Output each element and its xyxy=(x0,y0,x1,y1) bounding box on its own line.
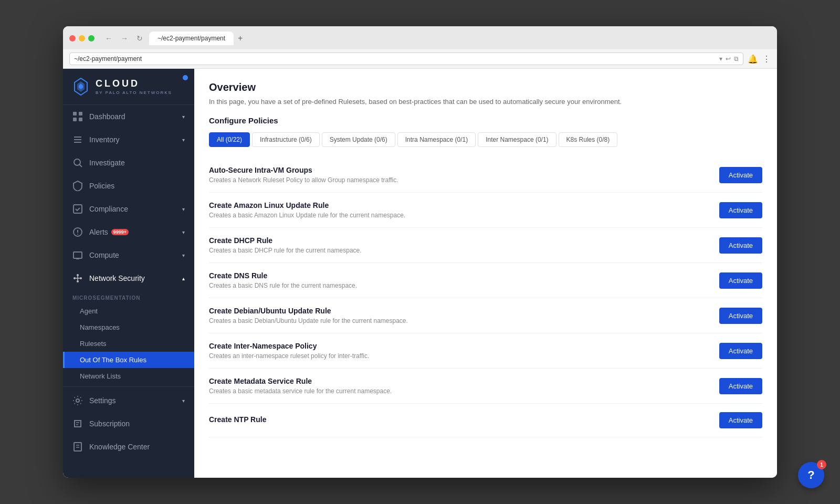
sidebar: CLOUD BY PALO ALTO NETWORKS Dashboard ▾ … xyxy=(63,69,194,478)
page-title: Overview xyxy=(209,81,762,93)
sidebar-item-compute-label: Compute xyxy=(89,251,119,259)
rule-desc: Creates a basic DHCP rule for the curren… xyxy=(209,247,719,254)
sidebar-subitem-rulesets-label: Rulesets xyxy=(80,340,107,348)
rule-name: Create Metadata Service Rule xyxy=(209,377,719,385)
table-row: Create Metadata Service Rule Creates a b… xyxy=(209,369,762,404)
filter-tab-all[interactable]: All (0/22) xyxy=(209,132,250,147)
subscription-icon xyxy=(72,418,83,429)
rule-name: Create Inter-Namespace Policy xyxy=(209,342,719,350)
sidebar-subitem-namespaces[interactable]: Namespaces xyxy=(63,319,194,335)
filter-tab-intra-namespace[interactable]: Intra Namespace (0/1) xyxy=(397,132,476,147)
rule-info: Create Inter-Namespace Policy Creates an… xyxy=(209,342,719,360)
traffic-lights xyxy=(69,35,94,41)
rule-info: Auto-Secure Intra-VM Groups Creates a Ne… xyxy=(209,166,719,184)
more-options-button[interactable]: ⋮ xyxy=(762,54,771,64)
sidebar-item-compute[interactable]: Compute ▾ xyxy=(63,244,194,267)
rule-info: Create NTP Rule xyxy=(209,415,719,426)
activate-button-2[interactable]: Activate xyxy=(719,237,762,254)
sidebar-item-dashboard[interactable]: Dashboard ▾ xyxy=(63,105,194,128)
minimize-traffic-light[interactable] xyxy=(79,35,85,41)
svg-rect-6 xyxy=(79,118,82,121)
sidebar-subitem-network-lists[interactable]: Network Lists xyxy=(63,368,194,384)
sidebar-item-compliance[interactable]: Compliance ▾ xyxy=(63,197,194,220)
knowledge-center-icon xyxy=(72,442,83,452)
policies-icon xyxy=(72,181,83,191)
svg-point-16 xyxy=(80,277,82,279)
sidebar-logo: CLOUD BY PALO ALTO NETWORKS xyxy=(63,69,194,105)
sidebar-item-policies[interactable]: Policies xyxy=(63,174,194,197)
rule-name: Create NTP Rule xyxy=(209,415,719,424)
configure-policies-label: Configure Policies xyxy=(209,116,762,125)
sidebar-item-alerts[interactable]: Alerts 9999+ ▾ xyxy=(63,220,194,244)
settings-icon xyxy=(72,395,83,406)
new-tab-button[interactable]: + xyxy=(234,32,247,45)
compute-chevron: ▾ xyxy=(182,253,185,258)
sidebar-item-investigate[interactable]: Investigate xyxy=(63,151,194,174)
svg-rect-13 xyxy=(74,252,82,258)
network-security-chevron: ▴ xyxy=(182,276,185,281)
compliance-chevron: ▾ xyxy=(182,206,185,212)
svg-rect-5 xyxy=(73,118,77,121)
nav-divider xyxy=(63,386,194,387)
sidebar-item-alerts-label: Alerts xyxy=(89,228,108,236)
rule-name: Create DNS Rule xyxy=(209,271,719,280)
address-back-icon[interactable]: ↩ xyxy=(726,55,731,62)
sidebar-subitem-out-of-box-rules-label: Out Of The Box Rules xyxy=(80,356,146,364)
sidebar-subitem-out-of-box-rules[interactable]: Out Of The Box Rules xyxy=(63,352,194,368)
sidebar-subitem-agent[interactable]: Agent xyxy=(63,303,194,319)
activate-button-3[interactable]: Activate xyxy=(719,272,762,289)
rule-info: Create DHCP Rule Creates a basic DHCP ru… xyxy=(209,236,719,254)
rule-info: Create Amazon Linux Update Rule Creates … xyxy=(209,201,719,219)
svg-point-18 xyxy=(77,280,79,282)
inventory-chevron: ▾ xyxy=(182,137,185,143)
rule-name: Create Amazon Linux Update Rule xyxy=(209,201,719,209)
svg-rect-3 xyxy=(73,112,77,116)
activate-button-6[interactable]: Activate xyxy=(719,378,762,394)
browser-tab[interactable]: ~/ec2-payment/payment xyxy=(149,32,234,45)
network-security-icon xyxy=(72,273,83,284)
sidebar-item-knowledge-center-label: Knowledge Center xyxy=(89,443,150,451)
filter-tab-system-update[interactable]: System Update (0/6) xyxy=(322,132,395,147)
sidebar-item-dashboard-label: Dashboard xyxy=(89,112,125,121)
sidebar-item-subscription-label: Subscription xyxy=(89,419,130,428)
svg-point-17 xyxy=(77,274,79,276)
svg-rect-9 xyxy=(74,205,82,213)
activate-button-4[interactable]: Activate xyxy=(719,308,762,324)
svg-point-12 xyxy=(77,234,78,235)
back-button[interactable]: ← xyxy=(103,33,114,44)
sidebar-subitem-rulesets[interactable]: Rulesets xyxy=(63,335,194,352)
help-bubble[interactable]: 1 ? xyxy=(798,462,824,488)
notification-bell-button[interactable]: 🔔 xyxy=(748,54,758,64)
filter-tab-infrastructure[interactable]: Infrastructure (0/6) xyxy=(252,132,320,147)
sidebar-item-network-security[interactable]: Network Security ▴ xyxy=(63,267,194,290)
forward-button[interactable]: → xyxy=(119,33,130,44)
filter-tabs: All (0/22) Infrastructure (0/6) System U… xyxy=(209,132,762,147)
rule-info: Create Debian/Ubuntu Update Rule Creates… xyxy=(209,307,719,324)
address-dropdown-icon[interactable]: ▾ xyxy=(719,55,722,62)
activate-button-7[interactable]: Activate xyxy=(719,412,762,428)
close-traffic-light[interactable] xyxy=(69,35,76,41)
maximize-traffic-light[interactable] xyxy=(88,35,94,41)
filter-tab-inter-namespace[interactable]: Inter Namespace (0/1) xyxy=(478,132,556,147)
inventory-icon xyxy=(72,134,83,145)
table-row: Create DNS Rule Creates a basic DNS rule… xyxy=(209,263,762,298)
dashboard-icon xyxy=(72,111,83,122)
rule-desc: Creates a basic Debian/Ubuntu Update rul… xyxy=(209,317,719,324)
address-bar[interactable]: ~/ec2-payment/payment ▾ ↩ ⧉ xyxy=(69,52,743,65)
activate-button-1[interactable]: Activate xyxy=(719,202,762,218)
sidebar-item-settings[interactable]: Settings ▾ xyxy=(63,389,194,412)
page-description: In this page, you have a set of pre-defi… xyxy=(209,98,762,106)
sidebar-item-knowledge-center[interactable]: Knowledge Center xyxy=(63,435,194,458)
sidebar-item-inventory[interactable]: Inventory ▾ xyxy=(63,128,194,151)
activate-button-0[interactable]: Activate xyxy=(719,167,762,183)
sidebar-item-subscription[interactable]: Subscription xyxy=(63,412,194,435)
rules-list: Auto-Secure Intra-VM Groups Creates a Ne… xyxy=(209,158,762,437)
logo-text: CLOUD xyxy=(96,78,172,89)
compute-icon xyxy=(72,250,83,260)
investigate-icon xyxy=(72,158,83,168)
filter-tab-k8s-rules[interactable]: K8s Rules (0/8) xyxy=(559,132,618,147)
activate-button-5[interactable]: Activate xyxy=(719,343,762,359)
address-copy-icon[interactable]: ⧉ xyxy=(734,55,739,62)
refresh-button[interactable]: ↻ xyxy=(134,33,145,44)
rule-info: Create Metadata Service Rule Creates a b… xyxy=(209,377,719,395)
